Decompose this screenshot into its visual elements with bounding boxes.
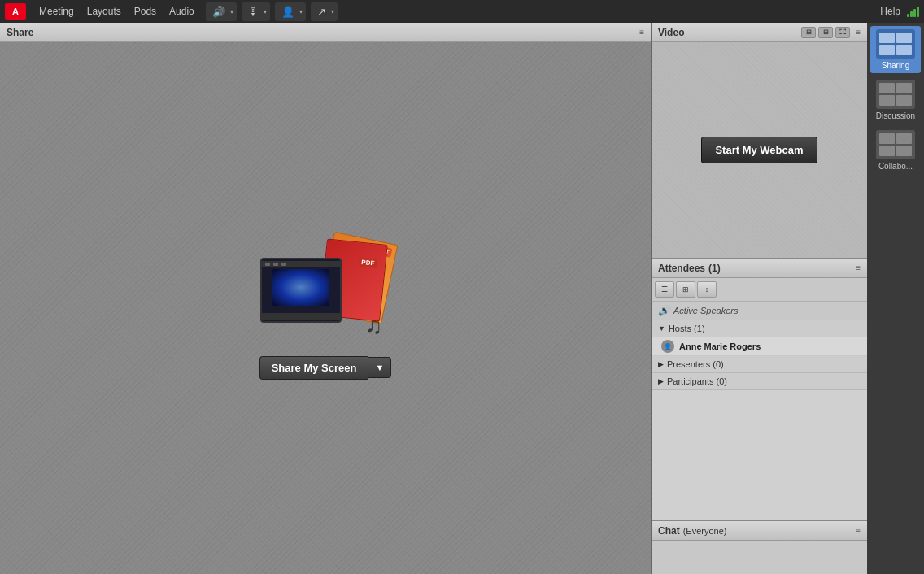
signal-bars [907,6,919,17]
share-panel-menu-icon[interactable]: ≡ [639,28,644,37]
participants-arrow-icon: ▶ [658,377,664,385]
icon-cell-8 [896,95,912,106]
share-button[interactable]: ↗ [314,4,329,20]
icon-cell-3 [879,45,895,55]
share-my-screen-button[interactable]: Share My Screen [259,356,368,380]
share-center: PPT PDF [259,237,392,380]
sidebar-collab-label: Collabo... [878,162,913,171]
share-content: PPT PDF [0,42,651,574]
share-panel: Share ≡ PPT PDF [0,23,652,574]
video-content: Start My Webcam [652,42,867,258]
menu-bar-right: Help [880,6,919,17]
attendees-content: ☰ ⊞ ↕ 🔊 Active Speakers ▼ Hosts (1) 👤 An… [652,278,867,520]
mic-dropdown[interactable]: ▾ [264,8,267,15]
sidebar-item-sharing[interactable]: Sharing [870,26,921,73]
icon-cell-4 [896,45,912,55]
icon-cell-5 [879,83,895,93]
icon-cell-9 [879,133,895,144]
start-webcam-button[interactable]: Start My Webcam [701,137,817,163]
signal-bar-2 [910,11,913,17]
attendees-count: (1) [708,263,721,274]
share-dropdown[interactable]: ▾ [331,8,334,15]
video-grid-view-btn[interactable]: ⊞ [801,27,816,38]
signal-bar-3 [913,9,916,17]
chat-panel-menu[interactable]: ≡ [856,527,861,536]
menu-meeting[interactable]: Meeting [33,2,81,20]
menu-pods[interactable]: Pods [128,2,163,20]
sharing-icon [876,29,915,59]
help-label[interactable]: Help [880,6,900,17]
icon-cell-12 [896,146,912,156]
chat-content [652,541,867,574]
cam-toolbar: 👤 ▾ [275,2,306,21]
hosts-label: Hosts (1) [669,324,705,333]
participants-section-header[interactable]: ▶ Participants (0) [652,373,867,390]
icon-cell-2 [896,33,912,43]
video-panel: Video ⊞ ⊟ ⛶ ≡ Start My Webcam [652,23,867,259]
video-header-icons: ⊞ ⊟ ⛶ ≡ [801,27,861,38]
icon-cell-7 [879,95,895,106]
attendee-avatar: 👤 [661,340,674,353]
icon-cell-6 [896,83,912,93]
adobe-logo: A [5,3,26,20]
share-panel-title: Share [7,27,33,38]
att-sort-btn[interactable]: ↕ [697,281,717,298]
film-hole-3 [281,263,286,266]
signal-bar-4 [917,7,919,17]
active-speakers-label: Active Speakers [673,306,738,315]
chat-panel-header: Chat (Everyone) ≡ [652,521,867,541]
attendee-name: Anne Marie Rogers [679,341,761,351]
cam-dropdown[interactable]: ▾ [299,8,303,15]
speaker-dropdown[interactable]: ▾ [230,8,233,15]
media-stack-icon: PPT PDF [260,237,390,343]
right-column: Video ⊞ ⊟ ⛶ ≡ Start My Webcam Attendees … [652,23,867,574]
icon-cell-11 [879,146,895,156]
speaker-icon: 🔊 [658,305,670,316]
film-strip-bottom [262,313,340,320]
mic-toolbar: 🎙 ▾ [242,2,270,21]
video-panel-title: Video [658,27,684,38]
sidebar-item-discussion[interactable]: Discussion [870,76,921,124]
pdf-badge: PDF [359,257,377,267]
attendees-toolbar: ☰ ⊞ ↕ [652,278,867,302]
sidebar-sharing-label: Sharing [882,61,909,70]
menu-audio[interactable]: Audio [163,2,201,20]
sidebar-item-collaboration[interactable]: Collabo... [870,127,921,174]
collaboration-icon [876,130,915,159]
att-grid-view-btn[interactable]: ⊞ [676,281,695,298]
participants-label: Participants (0) [667,376,727,386]
menu-bar: A Meeting Layouts Pods Audio 🔊 ▾ 🎙 ▾ 👤 ▾… [0,0,924,23]
chat-scope-label: (Everyone) [683,526,727,536]
presenters-label: Presenters (0) [667,359,724,369]
presenters-section-header[interactable]: ▶ Presenters (0) [652,356,867,373]
signal-bar-1 [907,14,909,17]
mic-button[interactable]: 🎙 [245,4,262,20]
attendees-panel-header: Attendees (1) ≡ [652,259,867,278]
attendees-panel-menu[interactable]: ≡ [856,263,861,272]
speaker-button[interactable]: 🔊 [209,4,229,20]
attendee-row: 👤 Anne Marie Rogers [652,337,867,356]
film-hole-1 [265,263,270,266]
right-sidebar: Sharing Discussion Collabo... [867,23,924,574]
presenters-arrow-icon: ▶ [658,360,664,368]
active-speakers-row: 🔊 Active Speakers [652,302,867,320]
chat-panel: Chat (Everyone) ≡ [652,521,867,574]
attendees-panel-title: Attendees [658,263,705,274]
video-panel-menu[interactable]: ≡ [856,28,861,37]
share-toolbar: ↗ ▾ [311,2,338,21]
menu-layouts[interactable]: Layouts [81,2,128,20]
speaker-toolbar: 🔊 ▾ [206,2,237,21]
share-dropdown-arrow-button[interactable]: ▼ [368,357,391,378]
attendees-panel: Attendees (1) ≡ ☰ ⊞ ↕ 🔊 Active Speakers [652,259,867,521]
cam-button[interactable]: 👤 [278,4,298,20]
sidebar-discussion-label: Discussion [876,111,915,120]
video-strip-view-btn[interactable]: ⊟ [818,27,833,38]
film-strip-top [262,261,340,267]
hosts-section-header[interactable]: ▼ Hosts (1) [652,320,867,337]
hosts-arrow-icon: ▼ [658,324,665,333]
share-panel-icons: ≡ [636,28,644,37]
film-card [260,258,342,323]
chat-panel-title: Chat [658,525,680,537]
att-list-view-btn[interactable]: ☰ [655,281,674,298]
video-fullscreen-btn[interactable]: ⛶ [835,27,850,38]
